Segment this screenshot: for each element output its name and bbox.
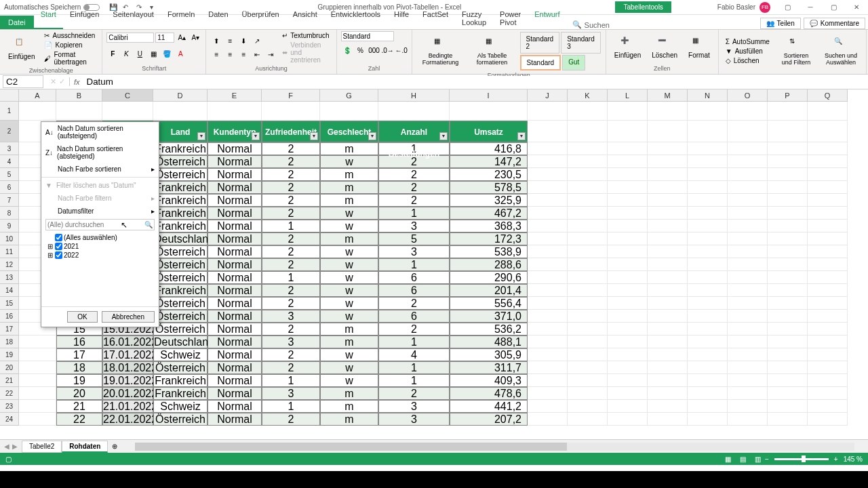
row-header[interactable]: 9 [0, 220, 19, 232]
row-header[interactable]: 16 [0, 310, 19, 323]
style-standard[interactable]: Standard [520, 55, 561, 70]
cell[interactable] [688, 168, 728, 181]
orientation-icon[interactable]: ↗ [251, 35, 263, 47]
cell[interactable]: Schweiz [153, 400, 208, 413]
cell[interactable] [568, 413, 608, 426]
cell[interactable] [568, 374, 608, 387]
cell[interactable] [528, 323, 568, 336]
tab-überprüfen[interactable]: Überprüfen [235, 7, 286, 29]
dec-decimal-icon[interactable]: ←.0 [395, 44, 408, 56]
cell[interactable] [528, 374, 568, 387]
cell[interactable] [568, 102, 608, 121]
cell[interactable] [648, 387, 688, 400]
cell[interactable]: 556,4 [450, 297, 528, 310]
cell[interactable] [768, 297, 808, 310]
cell[interactable] [528, 142, 568, 155]
cell[interactable]: Frankreich [153, 220, 208, 232]
col-header-B[interactable]: B [56, 89, 102, 102]
cell[interactable] [688, 361, 728, 374]
sheet-prev-icon[interactable]: ▶ [12, 443, 18, 450]
cell[interactable]: 172,3 [450, 232, 528, 245]
cell[interactable] [568, 181, 608, 194]
cell[interactable] [56, 102, 102, 121]
cell[interactable] [728, 142, 768, 155]
cell[interactable] [688, 323, 728, 336]
autosave-toggle[interactable] [83, 4, 100, 11]
cell[interactable] [528, 121, 568, 142]
cell[interactable] [608, 310, 648, 323]
cell[interactable]: 2 [262, 168, 320, 181]
table-header[interactable]: Geschlecht▼ [320, 121, 378, 142]
cancel-formula-icon[interactable]: ✕ [50, 77, 56, 86]
style-standard3[interactable]: Standard 3 [561, 32, 601, 54]
cell[interactable]: m [320, 400, 378, 413]
cell[interactable] [768, 336, 808, 348]
cell[interactable]: Österreich [153, 258, 208, 271]
search-icon[interactable]: 🔍 [143, 220, 154, 230]
cell[interactable] [648, 361, 688, 374]
cell[interactable] [688, 284, 728, 297]
select-all-corner[interactable] [0, 89, 19, 102]
row-header[interactable]: 20 [0, 361, 19, 374]
cell[interactable] [648, 400, 688, 413]
ok-button[interactable]: OK [67, 311, 97, 323]
cell[interactable] [608, 168, 648, 181]
col-header-H[interactable]: H [378, 89, 450, 102]
normal-view-icon[interactable]: ▦ [722, 454, 735, 464]
align-right-icon[interactable]: ≡ [237, 49, 250, 61]
cell[interactable]: 230,5 [450, 168, 528, 181]
col-header-D[interactable]: D [153, 89, 208, 102]
delete-cells-button[interactable]: ➖Löschen [648, 35, 682, 60]
cell[interactable] [648, 194, 688, 207]
cell[interactable]: 371,0 [450, 310, 528, 323]
cell[interactable]: 16 [56, 336, 102, 348]
cell[interactable] [768, 142, 808, 155]
col-header-L[interactable]: L [608, 89, 648, 102]
fill-button[interactable]: ▼Ausfüllen [723, 47, 772, 56]
cell[interactable] [153, 102, 208, 121]
cell[interactable]: 2 [262, 207, 320, 220]
row-header[interactable]: 8 [0, 207, 19, 220]
col-header-A[interactable]: A [19, 89, 56, 102]
cell[interactable]: 201,4 [450, 284, 528, 297]
cell[interactable]: 1 [378, 336, 450, 348]
cell[interactable]: 3 [378, 413, 450, 426]
date-filter-item[interactable]: Datumsfilter▸ [41, 205, 159, 218]
cell[interactable] [808, 361, 848, 374]
cell[interactable]: 6 [378, 271, 450, 284]
filter-search-input[interactable] [46, 220, 143, 230]
cell[interactable]: 1 [378, 374, 450, 387]
cell[interactable] [768, 400, 808, 413]
cell[interactable]: m [320, 387, 378, 400]
merge-button[interactable]: ⬌Verbinden und zentrieren [279, 41, 332, 64]
cell[interactable] [648, 207, 688, 220]
cell[interactable] [608, 297, 648, 310]
cell[interactable]: 2 [262, 361, 320, 374]
cell[interactable] [768, 361, 808, 374]
cell[interactable]: 488,1 [450, 336, 528, 348]
cell[interactable]: 207,2 [450, 413, 528, 426]
cell[interactable] [728, 323, 768, 336]
close-icon[interactable]: ✕ [845, 0, 868, 15]
cell[interactable] [648, 168, 688, 181]
tab-start[interactable]: Start [34, 7, 63, 29]
cell[interactable]: 17 [56, 348, 102, 361]
cell[interactable] [728, 245, 768, 258]
cell[interactable] [688, 207, 728, 220]
cell[interactable]: Normal [208, 387, 262, 400]
cell[interactable] [608, 194, 648, 207]
cell[interactable] [648, 258, 688, 271]
increase-font-icon[interactable]: A▴ [176, 31, 188, 43]
cell[interactable] [648, 413, 688, 426]
inc-decimal-icon[interactable]: .0→ [382, 44, 394, 56]
cell[interactable] [568, 155, 608, 168]
cell[interactable] [648, 284, 688, 297]
cell[interactable] [568, 168, 608, 181]
cell[interactable] [608, 181, 648, 194]
border-button[interactable]: ▦ [147, 47, 159, 60]
cell[interactable] [528, 220, 568, 232]
cell[interactable] [808, 232, 848, 245]
cell[interactable]: 2 [378, 181, 450, 194]
cell[interactable] [19, 336, 56, 348]
cell[interactable] [688, 220, 728, 232]
